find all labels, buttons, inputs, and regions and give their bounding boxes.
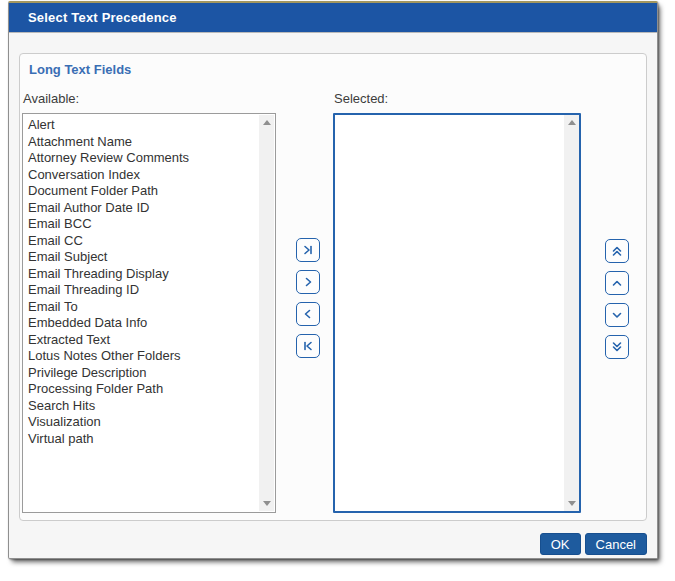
list-item[interactable]: Alert bbox=[28, 117, 259, 134]
list-item[interactable]: Email CC bbox=[28, 233, 259, 250]
cancel-button[interactable]: Cancel bbox=[585, 533, 647, 555]
list-item[interactable]: Email BCC bbox=[28, 216, 259, 233]
select-text-precedence-dialog: Select Text Precedence Long Text Fields … bbox=[8, 1, 658, 559]
scroll-up-icon[interactable] bbox=[263, 120, 271, 125]
list-item[interactable]: Email Threading ID bbox=[28, 282, 259, 299]
list-item[interactable]: Attorney Review Comments bbox=[28, 150, 259, 167]
list-item[interactable]: Email Subject bbox=[28, 249, 259, 266]
order-button-column bbox=[605, 239, 629, 359]
move-to-top-button[interactable] bbox=[605, 239, 629, 263]
double-chevron-up-icon bbox=[609, 243, 625, 259]
list-item[interactable]: Email To bbox=[28, 299, 259, 316]
section-title: Long Text Fields bbox=[29, 62, 131, 77]
list-item[interactable]: Email Author Date ID bbox=[28, 200, 259, 217]
move-to-bottom-button[interactable] bbox=[605, 335, 629, 359]
list-item[interactable]: Document Folder Path bbox=[28, 183, 259, 200]
available-scrollbar[interactable] bbox=[259, 115, 274, 511]
move-up-button[interactable] bbox=[605, 271, 629, 295]
available-items: Alert Attachment Name Attorney Review Co… bbox=[24, 115, 259, 511]
scroll-down-icon[interactable] bbox=[263, 501, 271, 506]
dialog-title: Select Text Precedence bbox=[28, 10, 177, 25]
scroll-down-icon[interactable] bbox=[568, 501, 576, 506]
title-bar: Select Text Precedence bbox=[9, 3, 657, 33]
scroll-up-icon[interactable] bbox=[568, 120, 576, 125]
selected-scrollbar[interactable] bbox=[564, 115, 579, 511]
bar-chevron-left-icon bbox=[300, 338, 316, 354]
list-item[interactable]: Visualization bbox=[28, 414, 259, 431]
long-text-fields-panel: Long Text Fields Available: Selected: Al… bbox=[19, 53, 647, 521]
dialog-footer: OK Cancel bbox=[540, 533, 647, 555]
move-all-right-button[interactable] bbox=[296, 238, 320, 262]
move-left-button[interactable] bbox=[296, 302, 320, 326]
list-item[interactable]: Privilege Description bbox=[28, 365, 259, 382]
list-item[interactable]: Conversation Index bbox=[28, 167, 259, 184]
chevron-down-icon bbox=[609, 307, 625, 323]
list-item[interactable]: Search Hits bbox=[28, 398, 259, 415]
list-item[interactable]: Processing Folder Path bbox=[28, 381, 259, 398]
available-listbox[interactable]: Alert Attachment Name Attorney Review Co… bbox=[22, 113, 276, 513]
list-item[interactable]: Email Threading Display bbox=[28, 266, 259, 283]
list-item[interactable]: Attachment Name bbox=[28, 134, 259, 151]
chevron-up-icon bbox=[609, 275, 625, 291]
selected-items bbox=[335, 115, 564, 511]
list-item[interactable]: Extracted Text bbox=[28, 332, 259, 349]
transfer-button-column bbox=[296, 238, 320, 358]
screen: Select Text Precedence Long Text Fields … bbox=[0, 0, 675, 581]
selected-label: Selected: bbox=[334, 91, 388, 106]
move-right-button[interactable] bbox=[296, 270, 320, 294]
list-item[interactable]: Virtual path bbox=[28, 431, 259, 448]
chevron-right-bar-icon bbox=[300, 242, 316, 258]
list-item[interactable]: Lotus Notes Other Folders bbox=[28, 348, 259, 365]
chevron-right-icon bbox=[300, 274, 316, 290]
double-chevron-down-icon bbox=[609, 339, 625, 355]
ok-button[interactable]: OK bbox=[540, 533, 581, 555]
move-all-left-button[interactable] bbox=[296, 334, 320, 358]
selected-listbox[interactable] bbox=[333, 113, 581, 513]
move-down-button[interactable] bbox=[605, 303, 629, 327]
available-label: Available: bbox=[23, 91, 79, 106]
list-item[interactable]: Embedded Data Info bbox=[28, 315, 259, 332]
chevron-left-icon bbox=[300, 306, 316, 322]
